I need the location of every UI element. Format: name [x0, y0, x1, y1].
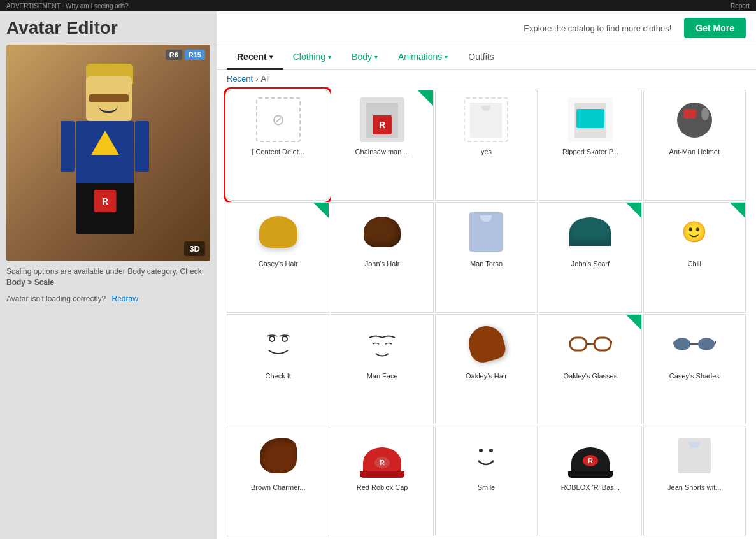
item-image [669, 94, 720, 145]
tab-animations-arrow: ▾ [445, 54, 448, 61]
top-bar: ADVERTISEMENT · Why am I seeing ads? Rep… [0, 0, 756, 11]
scaling-link: Body > Scale [6, 278, 54, 287]
scarf-icon [568, 210, 613, 254]
item-image [460, 319, 511, 370]
tab-recent[interactable]: Recent ▾ [227, 45, 283, 70]
redraw-link[interactable]: Redraw [112, 294, 138, 303]
tab-clothing-label: Clothing [293, 52, 325, 62]
report-link[interactable]: Report [731, 3, 750, 10]
tab-recent-arrow: ▾ [269, 54, 273, 61]
main-container: Avatar Editor R6 R15 [0, 11, 756, 539]
item-cell[interactable]: Ant-Man Helmet [643, 90, 746, 201]
item-cell[interactable]: John's Scarf [539, 202, 641, 313]
breadcrumb-sep: › [255, 74, 258, 83]
item-cell[interactable]: Jean Shorts wit... [643, 426, 746, 536]
av-head [86, 76, 132, 121]
av-larm [61, 121, 75, 172]
items-grid: ⊘[ Content Delet...RChainsaw man ...yesR… [217, 87, 756, 539]
item-cell[interactable]: Man Face [331, 314, 433, 425]
item-label: John's Scarf [571, 260, 610, 268]
item-image [357, 206, 408, 257]
item-cell[interactable]: Oakley's Glasses [539, 314, 641, 425]
avatar-figure: R [51, 57, 166, 248]
catalog-header: Explore the catalog to find more clothes… [217, 11, 756, 45]
item-cell[interactable]: RRed Roblox Cap [331, 426, 433, 536]
item-label: Ripped Skater P... [562, 148, 618, 155]
hair-brown-icon [360, 210, 404, 254]
item-label: Man Torso [470, 260, 503, 268]
left-panel: Avatar Editor R6 R15 [0, 11, 217, 539]
get-more-button[interactable]: Get More [684, 18, 746, 38]
face-chill-icon: 🙂 [672, 210, 717, 254]
item-cell[interactable]: 🙂Chill [643, 202, 746, 313]
tshirt-icon: R [360, 97, 404, 142]
breadcrumb-root[interactable]: Recent [227, 74, 253, 83]
svg-line-10 [673, 341, 674, 344]
item-cell[interactable]: ⊘[ Content Delet... [227, 90, 329, 201]
item-label: Brown Charmer... [251, 484, 306, 491]
item-cell[interactable]: John's Hair [331, 202, 433, 313]
breadcrumb-current: All [261, 74, 270, 83]
avatar-badges: R6 R15 [166, 50, 205, 60]
svg-point-0 [269, 336, 275, 341]
item-image [565, 94, 616, 145]
item-cell[interactable]: Casey's Hair [227, 202, 329, 313]
tab-clothing[interactable]: Clothing ▾ [283, 45, 341, 70]
item-cell[interactable]: Casey's Shades [643, 314, 746, 425]
item-label: Smile [478, 484, 496, 491]
item-label: Check It [266, 372, 291, 380]
svg-point-8 [698, 338, 715, 350]
item-image [253, 206, 304, 257]
right-panel: Explore the catalog to find more clothes… [217, 11, 756, 539]
tab-outfits[interactable]: Outfits [458, 45, 504, 70]
item-label: Ant-Man Helmet [669, 148, 720, 155]
svg-line-11 [715, 341, 716, 344]
item-cell[interactable]: yes [435, 90, 538, 201]
tab-animations[interactable]: Animations ▾ [388, 45, 458, 70]
tab-animations-label: Animations [398, 52, 442, 62]
item-cell[interactable]: Man Torso [435, 202, 538, 313]
item-image: R [357, 94, 408, 145]
r15-badge[interactable]: R15 [185, 50, 205, 60]
item-cell[interactable]: Check It [227, 314, 329, 425]
catalog-text: Explore the catalog to find more clothes… [524, 24, 671, 33]
tabs-bar: Recent ▾ Clothing ▾ Body ▾ Animations ▾ … [217, 45, 756, 70]
tab-body[interactable]: Body ▾ [341, 45, 388, 70]
item-label: Jean Shorts wit... [667, 484, 721, 491]
item-cell[interactable]: RROBLOX 'R' Bas... [539, 426, 641, 536]
item-cell[interactable]: Brown Charmer... [227, 426, 329, 536]
item-cell[interactable]: RChainsaw man ... [331, 90, 433, 201]
item-label: Casey's Shades [669, 372, 720, 380]
scaling-note: Scaling options are available under Body… [6, 266, 210, 288]
owned-corner [418, 90, 433, 106]
hair-charmer-icon [256, 433, 301, 478]
owned-corner [730, 203, 745, 218]
item-cell[interactable]: Ripped Skater P... [539, 90, 641, 201]
item-image [460, 94, 511, 145]
item-cell[interactable]: Oakley's Hair [435, 314, 538, 425]
face-smile-icon [464, 433, 508, 478]
av-glasses [89, 94, 129, 102]
tab-body-label: Body [352, 52, 372, 62]
glasses-dark-icon [672, 322, 717, 366]
item-cell[interactable]: Smile [435, 426, 538, 536]
owned-corner [626, 315, 641, 330]
item-image: 🙂 [669, 206, 720, 257]
ad-text: ADVERTISEMENT · Why am I seeing ads? [6, 3, 129, 10]
svg-rect-2 [570, 338, 587, 350]
item-label: ROBLOX 'R' Bas... [561, 484, 620, 491]
glasses-brown-icon [568, 322, 613, 366]
face-man-icon [360, 322, 404, 366]
av-logo: R [94, 190, 117, 212]
hair-auburn-icon [464, 322, 508, 366]
r6-badge[interactable]: R6 [166, 50, 182, 60]
item-image [669, 319, 720, 370]
av-legs: R [76, 183, 134, 234]
tab-clothing-arrow: ▾ [328, 54, 331, 61]
item-label: John's Hair [365, 260, 400, 268]
3d-button[interactable]: 3D [184, 241, 205, 256]
torso-icon [464, 210, 508, 254]
tshirt-cyan-icon [568, 97, 613, 142]
item-image [357, 319, 408, 370]
placeholder-icon: ⊘ [256, 97, 301, 142]
